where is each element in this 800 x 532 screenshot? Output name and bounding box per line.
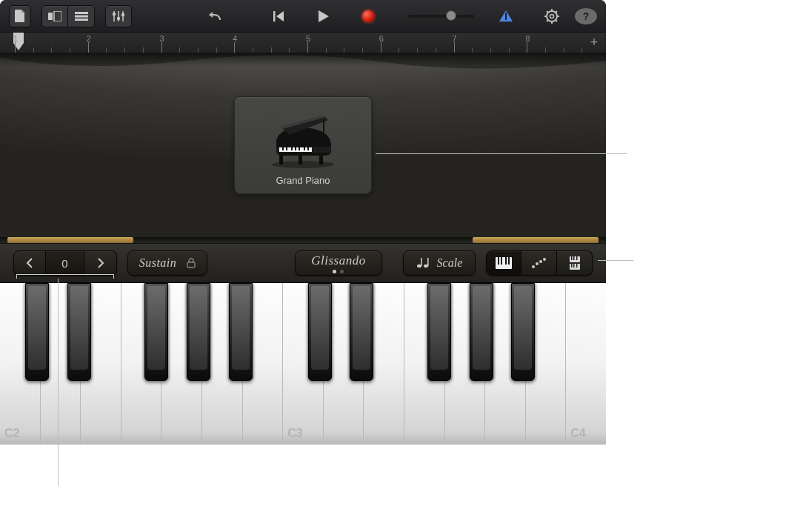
svg-point-49	[543, 258, 546, 261]
garageband-keyboard-view: ? 12345678 +	[0, 0, 606, 445]
black-key[interactable]	[308, 283, 332, 381]
go-to-beginning-button[interactable]	[268, 5, 290, 27]
svg-point-9	[117, 16, 120, 19]
keyboard-layout-single-button[interactable]	[486, 250, 521, 276]
lid-curve-decor	[0, 53, 606, 76]
play-icon	[319, 10, 329, 22]
svg-rect-29	[282, 147, 284, 150]
play-button[interactable]	[313, 5, 335, 27]
my-songs-button[interactable]	[9, 5, 31, 27]
octave-label: C3	[287, 427, 302, 440]
svg-rect-3	[75, 15, 88, 17]
help-icon: ?	[583, 10, 590, 22]
callout-line	[58, 279, 59, 486]
help-button[interactable]: ?	[575, 8, 597, 24]
notes-icon	[416, 257, 430, 269]
document-icon	[15, 10, 25, 22]
ruler-bar-label: 4	[233, 34, 237, 43]
keyboard-mode-button[interactable]: Glissando	[295, 250, 382, 276]
svg-rect-53	[576, 256, 578, 260]
black-key[interactable]	[187, 283, 210, 381]
svg-rect-43	[501, 257, 502, 265]
track-controls-button[interactable]	[105, 5, 132, 27]
black-key[interactable]	[67, 283, 91, 381]
song-settings-button[interactable]	[541, 5, 563, 27]
keyboard-layout-double-button[interactable]	[557, 250, 593, 276]
svg-point-8	[113, 12, 116, 15]
svg-line-21	[547, 20, 548, 21]
instrument-name-label: Grand Piano	[276, 175, 330, 186]
record-icon	[362, 10, 374, 22]
chevron-right-icon	[97, 258, 104, 268]
svg-rect-57	[576, 264, 578, 267]
black-key[interactable]	[511, 283, 535, 381]
octave-down-button[interactable]	[13, 250, 46, 276]
white-key[interactable]: C4	[566, 283, 606, 445]
svg-rect-52	[573, 256, 575, 260]
ruler-bar-label: 8	[525, 34, 530, 43]
undo-icon	[208, 10, 223, 22]
black-key[interactable]	[229, 283, 253, 381]
svg-rect-2	[75, 12, 88, 14]
metronome-icon	[499, 10, 513, 21]
add-section-button[interactable]: +	[587, 36, 601, 50]
svg-line-20	[556, 11, 557, 13]
svg-line-18	[547, 11, 548, 13]
ruler-bar-label: 1	[13, 34, 18, 43]
scale-button[interactable]: Scale	[403, 250, 476, 276]
black-key[interactable]	[144, 283, 168, 381]
tracks-view-button[interactable]	[68, 5, 95, 27]
black-key[interactable]	[350, 283, 373, 381]
svg-rect-32	[295, 147, 296, 150]
slider-thumb[interactable]	[446, 10, 456, 21]
svg-rect-42	[498, 257, 499, 265]
ruler-bar-label: 7	[453, 34, 457, 43]
browser-view-button[interactable]	[41, 5, 68, 27]
callout-line	[598, 260, 633, 261]
keyboard-stacked-icon	[570, 256, 580, 270]
svg-rect-35	[307, 147, 309, 150]
octave-up-button[interactable]	[84, 250, 117, 276]
svg-rect-0	[48, 13, 53, 20]
callout-bracket	[113, 274, 114, 279]
black-key[interactable]	[427, 283, 451, 381]
timeline-ruler[interactable]: 12345678 +	[0, 33, 606, 53]
callout-bracket	[16, 274, 17, 279]
svg-rect-56	[573, 264, 575, 267]
sustain-button[interactable]: Sustain	[127, 250, 207, 276]
black-key[interactable]	[25, 283, 49, 381]
instrument-lid-area: Grand Piano	[0, 53, 606, 237]
record-button[interactable]	[357, 5, 379, 27]
ruler-bar-label: 5	[306, 34, 310, 43]
svg-rect-34	[304, 147, 305, 150]
chevron-left-icon	[26, 258, 33, 268]
instrument-selector[interactable]: Grand Piano	[234, 96, 372, 194]
svg-point-10	[121, 13, 124, 16]
svg-rect-40	[427, 258, 429, 266]
black-key[interactable]	[470, 283, 493, 381]
svg-rect-44	[505, 257, 507, 265]
mixer-sliders-icon	[112, 10, 125, 22]
gear-icon	[544, 9, 559, 24]
octave-label: C2	[4, 427, 19, 440]
rewind-icon	[273, 10, 285, 22]
svg-rect-36	[187, 262, 195, 267]
svg-rect-4	[75, 19, 88, 21]
grand-piano-icon	[266, 113, 340, 169]
scale-label: Scale	[437, 256, 463, 270]
master-volume-slider[interactable]	[407, 15, 474, 18]
callout-bracket	[16, 274, 114, 275]
tracks-icon	[75, 12, 88, 21]
keyboard-single-icon	[496, 257, 512, 269]
glissando-label: Glissando	[311, 253, 365, 268]
undo-button[interactable]	[204, 5, 227, 27]
ruler-bar-label: 2	[87, 34, 91, 43]
svg-rect-30	[286, 147, 287, 150]
keyboard-hinge-decor	[0, 237, 606, 243]
page-dots	[333, 270, 344, 273]
svg-rect-55	[571, 264, 573, 267]
svg-point-12	[547, 11, 557, 21]
metronome-button[interactable]	[495, 5, 517, 27]
arpeggiator-button[interactable]	[521, 250, 557, 276]
octave-value-display[interactable]: 0	[46, 250, 84, 276]
